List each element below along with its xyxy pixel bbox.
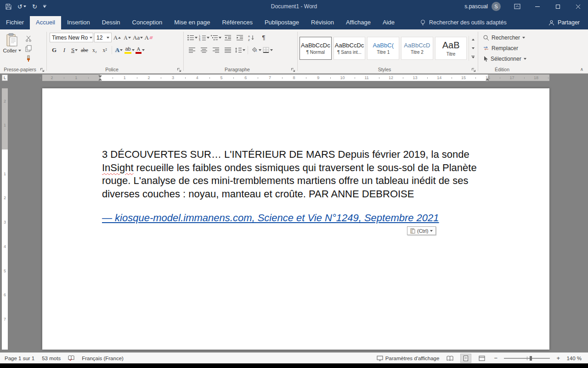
line-spacing-button[interactable]: [234, 45, 245, 55]
styles-gallery-more-button[interactable]: [470, 53, 476, 61]
styles-scroll-down-button[interactable]: [470, 45, 476, 52]
tab-mise-en-page[interactable]: Mise en page: [168, 16, 216, 29]
multilevel-list-button[interactable]: [210, 33, 221, 42]
zoom-slider[interactable]: [504, 355, 550, 362]
chevron-down-icon: [18, 50, 21, 52]
save-button[interactable]: [6, 4, 11, 10]
zoom-out-button[interactable]: −: [492, 355, 499, 362]
bold-button[interactable]: G: [50, 45, 59, 55]
account-name[interactable]: s.pascual: [464, 3, 488, 10]
zoom-thumb[interactable]: [530, 356, 532, 361]
proofing-status-button[interactable]: [68, 355, 74, 361]
word-count[interactable]: 53 mots: [42, 356, 61, 361]
dialog-launcher-icon: [471, 68, 476, 72]
share-button[interactable]: Partager: [548, 19, 580, 26]
styles-dialog-launcher[interactable]: [471, 67, 476, 72]
find-button[interactable]: Rechercher: [481, 33, 530, 42]
superscript-button[interactable]: x²: [100, 45, 109, 55]
search-tools-box[interactable]: Rechercher des outils adaptés: [420, 19, 507, 26]
avatar[interactable]: S: [492, 2, 501, 11]
document-page[interactable]: 3 DÉCOUVERTES SUR… L'INTÉRIEUR DE MARS D…: [42, 88, 549, 350]
hanging-indent-marker[interactable]: [98, 78, 102, 80]
bullets-button[interactable]: [187, 33, 198, 42]
align-left-button[interactable]: [187, 45, 198, 55]
tab-fichier[interactable]: Fichier: [0, 16, 30, 29]
ruler-number: 12: [389, 75, 393, 81]
shading-button[interactable]: [250, 45, 261, 55]
sort-button[interactable]: AZ: [246, 33, 257, 42]
tab-accueil[interactable]: Accueil: [30, 16, 61, 29]
subscript-button[interactable]: x₂: [90, 45, 99, 55]
paragraph-dialog-launcher[interactable]: [290, 67, 295, 72]
redo-button[interactable]: ↻: [32, 3, 37, 10]
language-selector[interactable]: Français (France): [82, 356, 124, 361]
font-size-select[interactable]: 12: [94, 33, 112, 42]
tab-revision[interactable]: Révision: [305, 16, 340, 29]
paragraph-row-2: [185, 44, 296, 56]
ruler-number: 7: [269, 75, 271, 81]
replace-button[interactable]: Remplacer: [481, 43, 530, 53]
clear-formatting-button[interactable]: A: [144, 33, 153, 42]
citation-link[interactable]: — kiosque-model.immanens.com, Science et…: [102, 212, 490, 225]
borders-button[interactable]: [262, 45, 273, 55]
style-heading-1[interactable]: AaBbC( Titre 1: [367, 37, 399, 60]
tab-conception[interactable]: Conception: [126, 16, 169, 29]
document-text[interactable]: 3 DÉCOUVERTES SUR… L'INTÉRIEUR DE MARS D…: [102, 148, 490, 225]
align-center-button[interactable]: [198, 45, 209, 55]
tab-publipostage[interactable]: Publipostage: [259, 16, 305, 29]
paste-options-button[interactable]: (Ctrl): [407, 226, 436, 235]
customize-quick-access-button[interactable]: [43, 5, 46, 8]
print-layout-button[interactable]: [460, 354, 471, 363]
chevron-down-icon: [243, 49, 245, 51]
numbering-button[interactable]: 1.2.3.: [198, 33, 209, 42]
text-effects-button[interactable]: A: [114, 45, 124, 55]
copy-button[interactable]: [23, 44, 34, 53]
tab-insertion[interactable]: Insertion: [61, 16, 96, 29]
cut-button[interactable]: [23, 34, 34, 43]
zoom-level[interactable]: 140 %: [566, 356, 582, 361]
underline-label: S: [71, 46, 74, 54]
italic-button[interactable]: I: [60, 45, 69, 55]
undo-button[interactable]: ↺: [17, 3, 26, 10]
page-indicator[interactable]: Page 1 sur 1: [5, 356, 34, 361]
strikethrough-button[interactable]: abe: [80, 45, 89, 55]
paste-button[interactable]: Coller: [1, 31, 23, 65]
vertical-ruler[interactable]: 211234567: [2, 82, 8, 352]
read-mode-button[interactable]: [444, 354, 455, 363]
clipboard-dialog-launcher[interactable]: [40, 67, 45, 72]
style-title[interactable]: AaB Titre: [435, 37, 467, 60]
font-dialog-launcher[interactable]: [176, 67, 181, 72]
tab-affichage[interactable]: Affichage: [340, 16, 377, 29]
ribbon-display-options-button[interactable]: [507, 0, 527, 13]
select-button[interactable]: Sélectionner: [481, 54, 530, 63]
tab-references[interactable]: Références: [216, 16, 258, 29]
align-right-button[interactable]: [210, 45, 221, 55]
underline-button[interactable]: S: [70, 45, 79, 55]
first-line-indent-marker[interactable]: [98, 75, 102, 78]
maximize-button[interactable]: [548, 0, 568, 13]
font-color-button[interactable]: A: [136, 45, 145, 55]
decrease-indent-button[interactable]: [222, 33, 233, 42]
increase-indent-button[interactable]: [234, 33, 245, 42]
style-normal[interactable]: AaBbCcDc ¶ Normal: [300, 37, 332, 60]
web-layout-button[interactable]: [476, 354, 487, 363]
tab-dessin[interactable]: Dessin: [96, 16, 126, 29]
collapse-ribbon-button[interactable]: ∧: [580, 67, 583, 72]
close-button[interactable]: [568, 0, 588, 13]
style-no-spacing[interactable]: AaBbCcDc ¶ Sans int...: [334, 37, 366, 60]
justify-button[interactable]: [222, 45, 233, 55]
shrink-font-button[interactable]: A: [123, 33, 132, 42]
change-case-button[interactable]: Aa: [133, 33, 143, 42]
zoom-in-button[interactable]: +: [555, 355, 561, 362]
display-settings-button[interactable]: Paramètres d'affichage: [377, 356, 440, 361]
style-heading-2[interactable]: AaBbCcD Titre 2: [401, 37, 433, 60]
font-name-select[interactable]: Times New Ro: [50, 33, 93, 42]
text-highlight-button[interactable]: ab: [124, 45, 135, 55]
horizontal-ruler[interactable]: 21123456789101112131415161718: [0, 75, 588, 81]
tab-aide[interactable]: Aide: [377, 16, 401, 29]
show-formatting-marks-button[interactable]: ¶: [258, 33, 269, 42]
styles-scroll-up-button[interactable]: [470, 36, 476, 43]
minimize-button[interactable]: [527, 0, 548, 13]
format-painter-button[interactable]: [23, 54, 34, 63]
grow-font-button[interactable]: A: [113, 33, 122, 42]
